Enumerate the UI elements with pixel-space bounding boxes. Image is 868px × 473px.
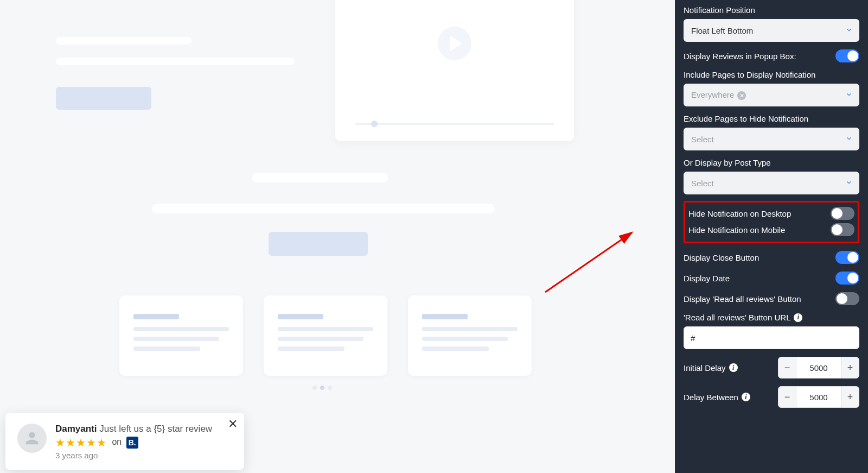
skeleton-card [408,295,532,376]
carousel-dots [312,386,332,390]
row-close-button: Display Close Button [684,251,859,264]
svg-line-0 [545,232,632,292]
row-display-date: Display Date [684,272,859,285]
skeleton-card [264,295,387,376]
annotation-arrow [542,227,640,298]
preview-area: ✕ Damyanti Just left us a {5} star revie… [0,0,675,473]
chevron-down-icon [845,179,853,188]
popup-headline: Damyanti Just left us a {5} star review [55,424,232,434]
row-read-all: Display 'Read all reviews' Button [684,292,859,305]
skeleton-video-card [335,0,574,141]
label-display-date: Display Date [684,274,730,283]
select-exclude-pages[interactable]: Select [684,128,859,150]
info-icon[interactable]: i [794,313,802,322]
label-read-all-url: 'Read all reviews' Button URL i [684,313,859,322]
label-delay-between: Delay Between i [684,393,750,402]
skeleton-button [269,232,368,256]
increment-button[interactable]: + [841,357,859,379]
skeleton-button [56,87,151,110]
close-icon[interactable]: ✕ [228,417,238,431]
popup-rating-row: ★★★★★ on B. [55,437,232,449]
label-post-type: Or Display by Post Type [684,158,859,167]
increment-button[interactable]: + [841,386,859,408]
highlighted-toggle-group: Hide Notification on Desktop Hide Notifi… [684,201,859,243]
skeleton-card [119,295,243,376]
review-popup: ✕ Damyanti Just left us a {5} star revie… [5,413,244,470]
label-display-popup: Display Reviews in Popup Box: [684,52,796,61]
popup-date: 3 years ago [55,451,232,460]
select-notification-position[interactable]: Float Left Bottom [684,19,859,42]
toggle-hide-mobile[interactable] [831,223,854,236]
label-read-all: Display 'Read all reviews' Button [684,294,801,304]
label-notification-position: Notification Position [684,5,859,15]
video-progress-bar [355,123,554,125]
popup-tail: Just left us a {5} star review [97,424,213,434]
row-hide-mobile: Hide Notification on Mobile [688,223,854,236]
label-include-pages: Include Pages to Display Notification [684,70,859,79]
label-exclude-pages: Exclude Pages to Hide Notification [684,114,859,123]
play-icon [438,27,471,60]
select-value: Float Left Bottom [691,26,753,35]
row-initial-delay: Initial Delay i − 5000 + [684,357,859,379]
decrement-button[interactable]: − [778,357,796,379]
stepper-value[interactable]: 5000 [796,357,841,379]
toggle-display-popup[interactable] [835,49,859,62]
chevron-down-icon [845,26,853,35]
input-read-all-url[interactable] [684,326,859,349]
select-post-type[interactable]: Select [684,172,859,194]
stepper-initial-delay: − 5000 + [778,357,859,379]
platform-badge: B. [126,437,138,449]
row-delay-between: Delay Between i − 5000 + [684,386,859,408]
video-progress-handle [371,121,378,127]
reviewer-name: Damyanti [55,424,97,434]
toggle-read-all[interactable] [835,292,859,305]
row-hide-desktop: Hide Notification on Desktop [688,207,854,220]
decrement-button[interactable]: − [778,386,796,408]
chevron-down-icon [845,91,853,100]
on-label: on [112,437,122,446]
label-hide-desktop: Hide Notification on Desktop [688,209,791,218]
stepper-delay-between: − 5000 + [778,386,859,408]
label-close-button: Display Close Button [684,253,759,262]
skeleton-cards-row [119,295,532,376]
skeleton-line [252,173,388,182]
select-placeholder: Select [691,179,714,188]
skeleton-line [56,37,192,45]
toggle-close-button[interactable] [835,251,859,264]
chevron-down-icon [845,135,853,144]
skeleton-line [56,58,295,65]
label-hide-mobile: Hide Notification on Mobile [688,225,785,235]
toggle-hide-desktop[interactable] [831,207,854,220]
stepper-value[interactable]: 5000 [796,386,841,408]
skeleton-line [152,204,495,213]
info-icon[interactable]: i [729,363,738,372]
row-display-popup: Display Reviews in Popup Box: [684,49,859,62]
toggle-display-date[interactable] [835,272,859,285]
avatar [17,424,47,453]
tag-everywhere[interactable]: Everywhere✕ [691,90,746,100]
settings-sidebar: Notification Position Float Left Bottom … [675,0,868,473]
star-rating: ★★★★★ [55,437,106,448]
info-icon[interactable]: i [742,393,750,401]
select-placeholder: Select [691,135,714,144]
remove-tag-icon[interactable]: ✕ [737,91,746,100]
select-include-pages[interactable]: Everywhere✕ [684,84,859,106]
label-initial-delay: Initial Delay i [684,363,738,373]
